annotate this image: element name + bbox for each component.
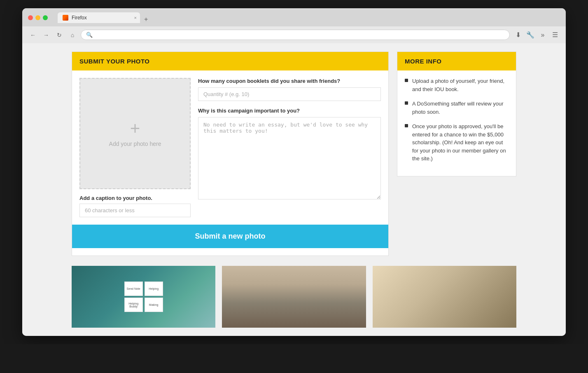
home-button[interactable]: ⌂ bbox=[68, 30, 77, 40]
info-text-2: A DoSomething staffer will review your p… bbox=[412, 100, 509, 116]
caption-label: Add a caption to your photo. bbox=[79, 195, 191, 201]
why-group: Why is this campaign important to you? bbox=[198, 108, 381, 201]
developer-button[interactable]: 🔧 bbox=[525, 30, 535, 40]
new-tab-button[interactable]: + bbox=[141, 16, 151, 23]
quantity-group: How many coupon booklets did you share w… bbox=[198, 78, 381, 101]
submit-photo-body: + Add your photo here Add a caption to y… bbox=[72, 70, 388, 225]
browser-toolbar: ← → ↻ ⌂ 🔍 ⬇ 🔧 » ☰ bbox=[22, 26, 566, 43]
photo-upload-column: + Add your photo here Add a caption to y… bbox=[79, 78, 191, 217]
submit-photo-header: SUBMIT YOUR PHOTO bbox=[72, 52, 388, 70]
browser-titlebar: Firefox × + bbox=[22, 8, 566, 26]
bullet-3 bbox=[405, 124, 408, 127]
search-icon: 🔍 bbox=[86, 32, 93, 38]
paper-note-4: Making bbox=[145, 298, 163, 312]
toolbar-right: ⬇ 🔧 » ☰ bbox=[513, 30, 560, 40]
tab-bar: Firefox × + bbox=[58, 12, 151, 23]
info-text-3: Once your photo is approved, you'll be e… bbox=[412, 122, 509, 163]
forward-button[interactable]: → bbox=[41, 30, 51, 40]
menu-button[interactable]: ☰ bbox=[550, 30, 560, 40]
info-item-3: Once your photo is approved, you'll be e… bbox=[405, 122, 509, 163]
paper-notes: Send Note Helping Helping Buddy Making bbox=[121, 278, 166, 315]
plus-icon: + bbox=[130, 120, 140, 137]
bullet-1 bbox=[405, 79, 408, 82]
info-text-1: Upload a photo of yourself, your friend,… bbox=[412, 77, 509, 93]
info-item-1: Upload a photo of yourself, your friend,… bbox=[405, 77, 509, 93]
download-button[interactable]: ⬇ bbox=[513, 30, 523, 40]
quantity-input[interactable] bbox=[198, 87, 381, 101]
paper-note-2: Helping bbox=[145, 282, 163, 296]
submit-photo-button[interactable]: Submit a new photo bbox=[72, 225, 388, 248]
paper-note-3: Helping Buddy bbox=[124, 298, 143, 312]
close-button[interactable] bbox=[28, 15, 33, 20]
extensions-button[interactable]: » bbox=[538, 30, 548, 40]
tab-close-button[interactable]: × bbox=[134, 15, 137, 20]
more-info-card: MORE INFO Upload a photo of yourself, yo… bbox=[397, 52, 516, 176]
photo-drop-area[interactable]: + Add your photo here bbox=[79, 78, 191, 189]
bullet-2 bbox=[405, 101, 408, 105]
gallery-item-3[interactable] bbox=[373, 266, 516, 328]
address-bar[interactable]: 🔍 bbox=[81, 30, 510, 40]
tab-favicon bbox=[63, 15, 68, 21]
back-button[interactable]: ← bbox=[28, 30, 38, 40]
url-input[interactable] bbox=[95, 32, 504, 38]
caption-input[interactable] bbox=[79, 204, 191, 217]
minimize-button[interactable] bbox=[35, 15, 40, 20]
more-info-header: MORE INFO bbox=[397, 52, 516, 70]
gallery-item-1[interactable]: Send Note Helping Helping Buddy Making bbox=[72, 266, 215, 328]
info-item-2: A DoSomething staffer will review your p… bbox=[405, 100, 509, 116]
quantity-label: How many coupon booklets did you share w… bbox=[198, 78, 381, 84]
gallery-item-2[interactable] bbox=[222, 266, 366, 328]
browser-controls: Firefox × + bbox=[28, 12, 560, 23]
browser-window: Firefox × + ← → ↻ ⌂ 🔍 ⬇ 🔧 » ☰ SUBMIT Y bbox=[22, 8, 566, 336]
maximize-button[interactable] bbox=[43, 15, 48, 20]
browser-tab[interactable]: Firefox × bbox=[58, 12, 140, 23]
refresh-button[interactable]: ↻ bbox=[54, 30, 64, 40]
submit-photo-card: SUBMIT YOUR PHOTO + Add your photo here … bbox=[72, 52, 389, 256]
photo-drop-label: Add your photo here bbox=[109, 141, 161, 147]
gallery-row: Send Note Helping Helping Buddy Making bbox=[72, 266, 516, 328]
tab-title: Firefox bbox=[72, 15, 87, 21]
paper-note-1: Send Note bbox=[124, 282, 143, 296]
submit-btn-row: Submit a new photo bbox=[72, 225, 388, 256]
caption-section: Add a caption to your photo. bbox=[79, 195, 191, 217]
form-column: How many coupon booklets did you share w… bbox=[198, 78, 381, 217]
more-info-body: Upload a photo of yourself, your friend,… bbox=[397, 70, 516, 176]
page-content: SUBMIT YOUR PHOTO + Add your photo here … bbox=[22, 43, 566, 336]
why-textarea[interactable] bbox=[198, 117, 381, 199]
main-layout: SUBMIT YOUR PHOTO + Add your photo here … bbox=[72, 52, 516, 256]
traffic-lights bbox=[28, 15, 48, 20]
why-label: Why is this campaign important to you? bbox=[198, 108, 381, 114]
